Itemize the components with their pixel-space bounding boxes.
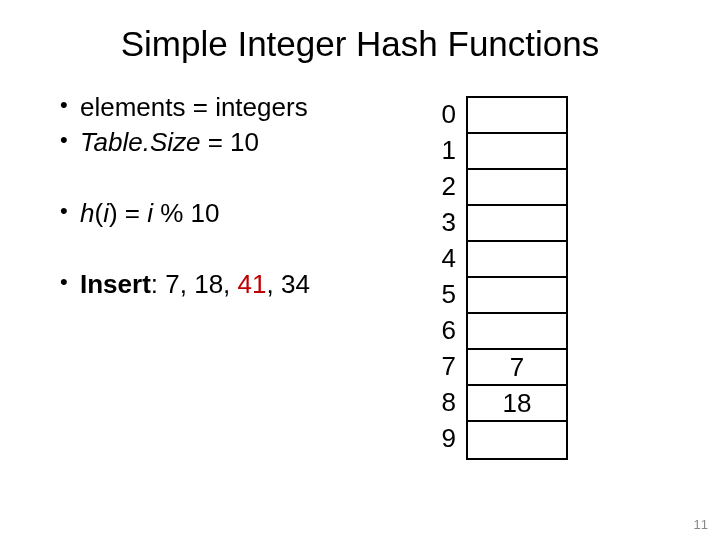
table-cell xyxy=(468,170,566,206)
table-cell: 18 xyxy=(468,386,566,422)
index-label: 0 xyxy=(430,96,456,132)
bullet-text-italic: i xyxy=(147,198,160,228)
bullet-tablesize: Table.Size = 10 xyxy=(60,127,430,158)
page-number: 11 xyxy=(694,517,708,532)
bullet-text: % 10 xyxy=(160,198,219,228)
content-row: elements = integers Table.Size = 10 h(i)… xyxy=(0,92,720,460)
slide-title: Simple Integer Hash Functions xyxy=(0,0,720,92)
spacer xyxy=(60,162,430,198)
table-cells: 7 18 xyxy=(466,96,568,460)
index-label: 1 xyxy=(430,132,456,168)
table-cell xyxy=(468,134,566,170)
bullet-text: : 7, 18, xyxy=(151,269,238,299)
index-label: 6 xyxy=(430,312,456,348)
bullet-text: , 34 xyxy=(266,269,309,299)
bullet-elements: elements = integers xyxy=(60,92,430,123)
table-cell xyxy=(468,422,566,458)
table-cell xyxy=(468,206,566,242)
index-label: 8 xyxy=(430,384,456,420)
bullet-text: ( xyxy=(94,198,103,228)
bullet-text-italic: h xyxy=(80,198,94,228)
table-cell xyxy=(468,278,566,314)
left-column: elements = integers Table.Size = 10 h(i)… xyxy=(60,92,430,460)
table-cell: 7 xyxy=(468,350,566,386)
table-cell xyxy=(468,98,566,134)
table-cell xyxy=(468,314,566,350)
index-label: 4 xyxy=(430,240,456,276)
index-label: 7 xyxy=(430,348,456,384)
index-label: 9 xyxy=(430,420,456,456)
bullet-hash-fn: h(i) = i % 10 xyxy=(60,198,430,229)
bullet-insert: Insert: 7, 18, 41, 34 xyxy=(60,269,430,300)
bullet-text: elements = integers xyxy=(80,92,308,122)
spacer xyxy=(60,233,430,269)
index-label: 2 xyxy=(430,168,456,204)
table-cell xyxy=(468,242,566,278)
bullet-list: h(i) = i % 10 xyxy=(60,198,430,229)
index-column: 0 1 2 3 4 5 6 7 8 9 xyxy=(430,96,456,460)
bullet-list: Insert: 7, 18, 41, 34 xyxy=(60,269,430,300)
bullet-text-bold: Insert xyxy=(80,269,151,299)
bullet-text: = 10 xyxy=(200,127,259,157)
hash-table-diagram: 0 1 2 3 4 5 6 7 8 9 7 18 xyxy=(430,92,568,460)
index-label: 5 xyxy=(430,276,456,312)
bullet-list: elements = integers Table.Size = 10 xyxy=(60,92,430,158)
bullet-text-highlight: 41 xyxy=(238,269,267,299)
index-label: 3 xyxy=(430,204,456,240)
bullet-text-italic: Table.Size xyxy=(80,127,200,157)
bullet-text: ) = xyxy=(109,198,147,228)
